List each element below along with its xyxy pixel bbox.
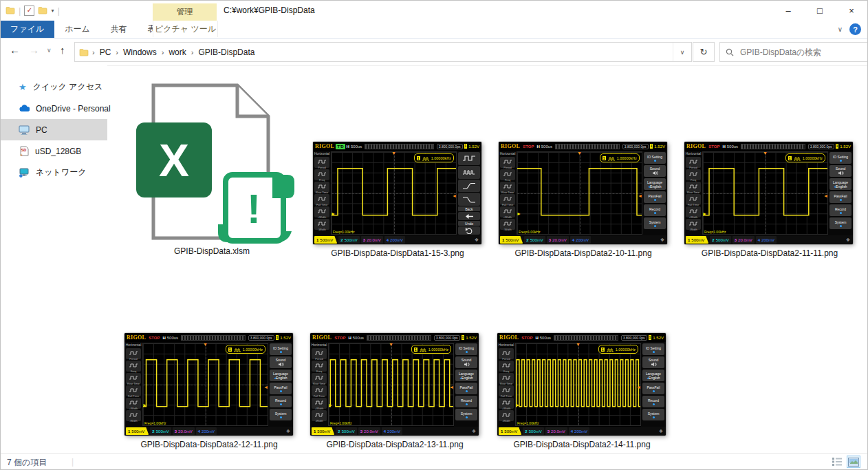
scope-topbar: RIGOLSTOPH500us3.800,000.0ps11.52V xyxy=(499,142,667,151)
measure-button: Rise Time xyxy=(126,373,141,384)
channel-scale: 20.0mV xyxy=(738,238,752,242)
trigger-delay-readout: 3.800,000.0ps xyxy=(434,335,460,341)
frequency-readout: Freq=1.00kHz xyxy=(519,230,541,234)
measure-wave-icon xyxy=(688,181,698,191)
menu-button-sound: Sound xyxy=(644,165,666,177)
channel-2-tab: 2500mV xyxy=(336,427,356,435)
pulse-train-icon xyxy=(462,169,476,175)
scope-topbar: RIGOLSTOPH500us3.800,000.0ps11.52V xyxy=(124,333,293,342)
svg-text:!: ! xyxy=(247,186,261,232)
square-wave-trace xyxy=(332,152,456,234)
menu-button-indicator xyxy=(280,390,282,392)
oscilloscope-thumbnail[interactable]: RIGOLSTOPH500us3.800,000.0ps11.52VHorizo… xyxy=(310,333,479,436)
scope-graticule: ▼◄►11.00000kHzFreq=1.00kHz xyxy=(142,343,268,426)
scope-left-menu: HorizontalPeriodFreqRise TimeFall Time+W… xyxy=(684,151,702,235)
status-divider: | xyxy=(72,457,74,467)
speaker-icon xyxy=(278,362,284,367)
freq-badge-value: 1.00000kHz xyxy=(803,156,823,160)
file-list: X!GPIB-DispData.xlsmRIGOLT'DH500us3.800,… xyxy=(0,0,868,470)
scope-right-menu: BackUndo xyxy=(457,151,481,235)
trigger-position-marker-icon: ▼ xyxy=(576,342,581,347)
measure-button: +Width xyxy=(126,398,141,409)
oscilloscope-thumbnail[interactable]: RIGOLSTOPH500us3.800,000.0ps11.52VHorizo… xyxy=(124,333,293,436)
menu-button-indicator xyxy=(280,403,282,405)
file-name-label: GPIB-DispData-DispData2-10-11.png xyxy=(480,248,686,258)
measure-wave-icon xyxy=(314,385,324,394)
frequency-readout: Freq=1.00kHz xyxy=(330,421,352,425)
channel-2-tab: 2500mV xyxy=(710,236,730,244)
menu-button-sound: Sound xyxy=(455,356,477,368)
oscilloscope-thumbnail[interactable]: RIGOLSTOPH500us3.800,000.0ps11.52VHorizo… xyxy=(684,142,853,244)
freq-badge-wave-icon xyxy=(419,345,427,354)
freq-badge-wave-icon xyxy=(233,345,241,354)
details-view-button[interactable] xyxy=(831,456,843,467)
menu-button-waveform xyxy=(458,180,480,193)
memory-waveform-bar xyxy=(365,144,434,149)
measure-wave-icon xyxy=(501,372,511,382)
measure-wave-icon xyxy=(688,206,698,215)
measure-button: Freq xyxy=(499,361,514,372)
freq-badge-value: 1.00000kHz xyxy=(617,156,637,160)
measure-button-label: -Width xyxy=(315,420,323,423)
left-menu-title: Horizontal xyxy=(126,343,142,347)
scope-channel-bar: 1500mV2500mV320.0mV4200mV❖ xyxy=(313,235,481,244)
thumbnail-view-button[interactable] xyxy=(847,456,860,467)
channel-scale: 500mV xyxy=(156,429,169,434)
channel1-level-marker-icon: ► xyxy=(702,211,707,216)
channel-scale: 20.0mV xyxy=(551,429,565,434)
oscilloscope-thumbnail[interactable]: RIGOLT'DH500us3.800,000.0ps11.52VHorizon… xyxy=(313,142,481,244)
scope-graticule: ▼◄►11.00000kHzFreq=1.00kHz xyxy=(328,343,454,426)
measure-button: Rise Time xyxy=(314,182,329,193)
scope-topbar: RIGOLSTOPH500us3.800,000.0ps11.52V xyxy=(310,333,479,342)
left-menu-title: Horizontal xyxy=(500,151,516,156)
menu-button-passfail: PassFail xyxy=(270,383,292,394)
channel1-level-marker-icon: ► xyxy=(517,211,521,216)
oscilloscope-thumbnail[interactable]: RIGOLSTOPH500us3.800,000.0ps11.52VHorizo… xyxy=(497,333,666,436)
menu-button-language: Language◂English xyxy=(829,178,851,190)
measure-button: Fall Time xyxy=(499,385,514,396)
menu-button-language: Language◂English xyxy=(644,178,666,190)
channel-2-tab: 2500mV xyxy=(150,427,171,435)
measure-wave-icon xyxy=(688,193,698,203)
menu-button-value: ◂English xyxy=(649,184,662,189)
measure-wave-icon xyxy=(503,169,512,178)
menu-button-value: ◂English xyxy=(834,184,847,189)
menu-button-label: IO Setting xyxy=(273,346,288,350)
menu-button-system: System xyxy=(270,409,292,420)
channel-scale: 500mV xyxy=(529,429,542,434)
channel-scale: 20.0mV xyxy=(367,238,381,242)
h-scale-label: H xyxy=(722,145,725,149)
back-arrow-icon xyxy=(464,213,474,220)
h-scale-value: 500us xyxy=(351,145,362,149)
left-menu-title: Horizontal xyxy=(314,151,330,156)
channel-3-tab: 320.0mV xyxy=(173,427,195,435)
measure-button-label: -Width xyxy=(689,228,697,231)
measure-wave-icon xyxy=(503,193,512,203)
oscilloscope-thumbnail[interactable]: RIGOLSTOPH500us3.800,000.0ps11.52VHorizo… xyxy=(499,142,667,244)
speaker-icon xyxy=(464,362,470,367)
measure-button: Period xyxy=(126,348,141,359)
trigger-level-marker-icon: ◄ xyxy=(636,385,641,389)
memory-waveform-bar xyxy=(367,335,431,341)
menu-button-passfail: PassFail xyxy=(829,191,851,203)
measure-button: Freq xyxy=(500,169,515,180)
channel-1-tab: 1500mV xyxy=(499,427,521,435)
h-scale-value: 500us xyxy=(541,145,552,149)
measure-button: +Width xyxy=(314,206,329,217)
menu-button-io-setting: IO Setting xyxy=(644,152,666,164)
measure-button: Rise Time xyxy=(500,182,515,193)
trigger-source-badge: 1 xyxy=(464,144,468,149)
measure-wave-icon xyxy=(503,156,512,166)
menu-button-value: ◂English xyxy=(460,376,473,380)
measure-button: Freq xyxy=(312,361,327,372)
channel1-level-marker-icon: ► xyxy=(142,403,147,407)
channel-2-tab: 2500mV xyxy=(524,236,545,244)
measure-button: Period xyxy=(500,157,515,168)
menu-button-record: Record xyxy=(644,204,666,216)
beeper-icon: ❖ xyxy=(659,429,664,434)
menu-button-io-setting: IO Setting xyxy=(455,343,477,355)
channel-3-tab: 320.0mV xyxy=(358,427,380,435)
trigger-info: 11.52V xyxy=(650,144,665,149)
menu-button-label: System xyxy=(648,412,660,416)
scope-graticule: ▼◄►11.00000kHzFreq=1.00kHz xyxy=(702,151,828,235)
